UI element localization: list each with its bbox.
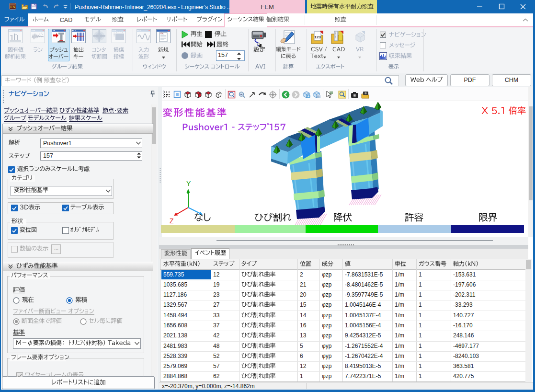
- svg-text:ES: ES: [11, 5, 15, 9]
- svg-text:123: 123: [314, 35, 321, 39]
